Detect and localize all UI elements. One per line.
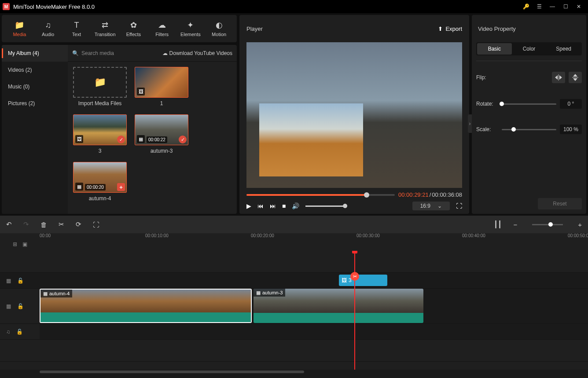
flip-label: Flip: bbox=[476, 74, 498, 81]
fit-to-timeline-button[interactable]: ┃┃ bbox=[494, 220, 502, 228]
minimize-button[interactable]: — bbox=[546, 2, 559, 11]
add-icon[interactable]: + bbox=[117, 183, 125, 191]
scrollbar-thumb[interactable] bbox=[40, 371, 304, 373]
prop-tab-speed[interactable]: Speed bbox=[546, 43, 581, 55]
ruler-tick: 00:00:40:00 bbox=[462, 233, 485, 238]
tab-media[interactable]: 📁Media bbox=[5, 15, 34, 42]
check-icon: ✓ bbox=[179, 136, 187, 143]
maximize-button[interactable]: ☐ bbox=[559, 2, 572, 11]
upgrade-key-icon[interactable]: 🔑 bbox=[519, 2, 533, 11]
media-item-autumn3[interactable]: ▦ 00:00:22 ✓ autumn-3 bbox=[135, 114, 188, 154]
zoom-out-button[interactable]: − bbox=[513, 221, 517, 228]
tab-motion[interactable]: ◐Motion bbox=[205, 15, 233, 42]
media-item-autumn4[interactable]: ▦ 00:00:20 + autumn-4 bbox=[73, 162, 127, 202]
speed-button[interactable]: ⟳ bbox=[76, 220, 81, 228]
prop-tab-color[interactable]: Color bbox=[512, 43, 547, 55]
module-tabs: 📁Media ♫Audio TText ⇄Transition ✿Effects… bbox=[2, 15, 237, 42]
lock-icon[interactable]: 🔓 bbox=[17, 278, 24, 284]
total-time: 00:00:36:08 bbox=[432, 191, 462, 198]
media-thumb[interactable]: ▦ 00:00:22 ✓ bbox=[135, 114, 188, 145]
svg-rect-1 bbox=[572, 77, 578, 78]
pip-clip[interactable]: 🖼3 bbox=[339, 275, 387, 286]
rotate-value[interactable]: 0 ° bbox=[560, 99, 582, 109]
fullscreen-button[interactable]: ⛶ bbox=[456, 202, 462, 209]
sidebar-item-myalbum[interactable]: My Album (4) bbox=[2, 45, 68, 62]
playhead[interactable]: ✂ bbox=[354, 251, 355, 370]
scale-value[interactable]: 100 % bbox=[560, 125, 582, 134]
media-thumb[interactable]: 🖼 ✓ bbox=[73, 114, 127, 145]
rotate-slider[interactable] bbox=[502, 103, 556, 105]
add-track-button[interactable]: ⊞ bbox=[13, 241, 17, 247]
check-icon: ✓ bbox=[117, 136, 125, 143]
aspect-ratio-select[interactable]: 16:9 ⌄ bbox=[412, 202, 450, 210]
cloud-download-icon: ☁ bbox=[162, 50, 168, 56]
prev-frame-button[interactable]: ⏮ bbox=[257, 202, 264, 209]
lock-icon[interactable]: 🔓 bbox=[17, 303, 24, 309]
split-indicator-icon[interactable]: ✂ bbox=[350, 272, 359, 281]
video-clip-1[interactable]: ▦autumn-4 bbox=[40, 289, 252, 323]
track-manager-button[interactable]: ▣ bbox=[22, 241, 27, 247]
prop-tab-basic[interactable]: Basic bbox=[477, 43, 512, 55]
media-thumb[interactable]: ▦ 00:00:20 + bbox=[73, 162, 127, 193]
menu-icon[interactable]: ☰ bbox=[533, 2, 546, 11]
tab-filters[interactable]: ☁Filters bbox=[148, 15, 176, 42]
flip-horizontal-button[interactable] bbox=[552, 72, 565, 83]
player-title: Player bbox=[246, 26, 438, 32]
tab-elements[interactable]: ✦Elements bbox=[176, 15, 205, 42]
import-dropzone[interactable]: 📁 bbox=[73, 67, 127, 98]
lock-icon[interactable]: 🔓 bbox=[16, 329, 23, 335]
scale-slider[interactable] bbox=[502, 129, 556, 130]
sidebar-item-pictures[interactable]: Pictures (2) bbox=[2, 95, 68, 112]
ruler-track[interactable]: 00:00 00:00:10:00 00:00:20:00 00:00:30:0… bbox=[40, 233, 588, 251]
zoom-slider[interactable] bbox=[532, 224, 563, 225]
effects-icon: ✿ bbox=[130, 20, 137, 30]
search-icon: 🔍 bbox=[72, 50, 79, 56]
import-media-cell[interactable]: 📁 Import Media Files bbox=[73, 67, 127, 106]
download-youtube-link[interactable]: ☁ Download YouTube Videos bbox=[162, 50, 232, 56]
volume-icon[interactable]: 🔊 bbox=[292, 202, 299, 209]
flip-vertical-button[interactable] bbox=[569, 72, 582, 83]
music-note-icon: ♫ bbox=[45, 21, 51, 30]
volume-slider[interactable] bbox=[305, 206, 345, 207]
rotate-label: Rotate: bbox=[476, 101, 498, 107]
media-thumb[interactable]: 🖼 bbox=[135, 67, 188, 98]
split-button[interactable]: ✂ bbox=[59, 220, 64, 228]
player-preview[interactable] bbox=[246, 42, 462, 188]
next-frame-button[interactable]: ⏭ bbox=[270, 202, 276, 209]
play-button[interactable]: ▶ bbox=[246, 202, 251, 209]
reset-button[interactable]: Reset bbox=[538, 198, 582, 209]
crop-button[interactable]: ⛶ bbox=[93, 221, 99, 228]
sidebar-item-music[interactable]: Music (0) bbox=[2, 78, 68, 95]
video-track[interactable]: ▦🔓 ▦autumn-4 ▦autumn-3 bbox=[0, 289, 588, 324]
delete-button[interactable]: 🗑 bbox=[40, 221, 47, 228]
close-button[interactable]: ✕ bbox=[572, 2, 585, 11]
timeline-scrollbar[interactable] bbox=[0, 370, 588, 374]
tab-audio[interactable]: ♫Audio bbox=[34, 15, 62, 42]
video-icon: ▦ bbox=[256, 290, 261, 296]
tab-transition[interactable]: ⇄Transition bbox=[91, 15, 119, 42]
search-input[interactable]: 🔍 Search media bbox=[72, 50, 114, 56]
timeline-ruler[interactable]: ⊞ ▣ 00:00 00:00:10:00 00:00:20:00 00:00:… bbox=[0, 233, 588, 251]
audio-track[interactable]: ♫🔓 bbox=[0, 324, 588, 340]
media-grid: 📁 Import Media Files 🖼 1 🖼 ✓ bbox=[68, 62, 237, 214]
video-clip-2[interactable]: ▦autumn-3 bbox=[254, 289, 423, 323]
export-button[interactable]: ⬆ Export bbox=[438, 26, 462, 32]
sidebar-item-videos[interactable]: Videos (2) bbox=[2, 62, 68, 78]
tab-effects[interactable]: ✿Effects bbox=[119, 15, 148, 42]
media-item-1[interactable]: 🖼 1 bbox=[135, 67, 188, 106]
zoom-in-button[interactable]: + bbox=[578, 221, 582, 228]
filters-icon: ☁ bbox=[158, 20, 166, 30]
progress-knob[interactable] bbox=[364, 192, 369, 198]
pip-track[interactable]: ▦🔓 🖼3 bbox=[0, 273, 588, 289]
tab-text[interactable]: TText bbox=[62, 15, 91, 42]
video-icon: ▦ bbox=[6, 303, 11, 309]
timeline-tracks: ▦🔓 🖼3 ▦🔓 ▦autumn-4 ▦autumn-3 bbox=[0, 251, 588, 370]
undo-button[interactable]: ↶ bbox=[6, 220, 12, 228]
video-icon: ▦ bbox=[6, 278, 11, 284]
redo-button[interactable]: ↷ bbox=[23, 220, 29, 228]
elements-icon: ✦ bbox=[187, 20, 194, 30]
stop-button[interactable]: ■ bbox=[282, 202, 286, 209]
collapse-handle[interactable]: › bbox=[468, 114, 472, 133]
player-progress[interactable] bbox=[246, 194, 395, 196]
media-item-3[interactable]: 🖼 ✓ 3 bbox=[73, 114, 127, 154]
